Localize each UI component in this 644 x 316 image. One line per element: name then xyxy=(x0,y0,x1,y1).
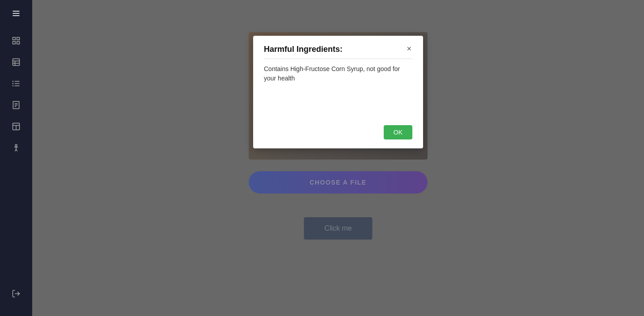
harmful-ingredients-modal: Harmful Ingredients: × Contains High-Fru… xyxy=(253,36,423,148)
sidebar xyxy=(0,0,32,316)
modal-overlay: Harmful Ingredients: × Contains High-Fru… xyxy=(32,0,644,316)
svg-point-16 xyxy=(13,85,14,87)
modal-ok-button[interactable]: OK xyxy=(384,125,412,139)
svg-rect-6 xyxy=(17,42,20,44)
svg-rect-4 xyxy=(17,38,20,40)
sidebar-item-document[interactable] xyxy=(6,95,26,115)
logout-button[interactable] xyxy=(6,284,26,303)
sidebar-item-layout[interactable] xyxy=(6,117,26,136)
menu-icon[interactable] xyxy=(6,5,26,24)
modal-header: Harmful Ingredients: × xyxy=(264,45,412,59)
svg-rect-3 xyxy=(13,38,16,40)
main-content: Harmful Ingredients: × Contains High-Fru… xyxy=(32,0,644,316)
svg-point-14 xyxy=(13,81,14,82)
sidebar-item-table[interactable] xyxy=(6,52,26,72)
svg-rect-7 xyxy=(13,59,20,66)
svg-point-15 xyxy=(13,83,14,84)
sidebar-nav xyxy=(6,31,26,280)
modal-footer: OK xyxy=(264,125,412,139)
sidebar-item-person[interactable] xyxy=(6,138,26,158)
svg-rect-5 xyxy=(13,42,16,44)
modal-title: Harmful Ingredients: xyxy=(264,45,343,54)
modal-close-button[interactable]: × xyxy=(406,45,412,53)
sidebar-item-dashboard[interactable] xyxy=(6,31,26,51)
svg-point-24 xyxy=(15,144,17,146)
svg-line-28 xyxy=(16,149,17,152)
modal-body: Contains High-Fructose Corn Syrup, not g… xyxy=(264,64,412,118)
sidebar-item-list[interactable] xyxy=(6,74,26,93)
